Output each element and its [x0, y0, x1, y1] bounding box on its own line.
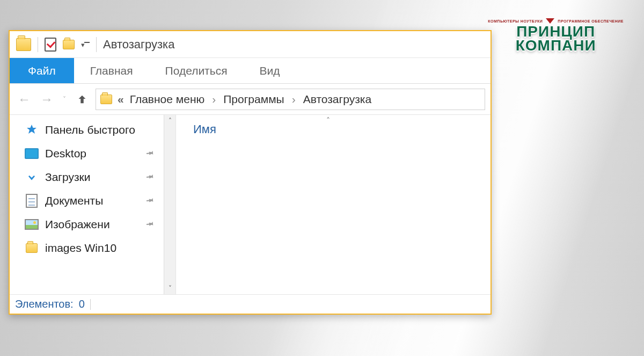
nav-toolbar: ← → ˅ « Главное меню › Программы › Автоз… — [10, 84, 491, 115]
column-header-name[interactable]: Имя — [193, 122, 216, 136]
sidebar-item-label: Документы — [45, 194, 103, 207]
nav-history-dropdown[interactable]: ˅ — [60, 90, 69, 108]
nav-forward-button[interactable]: → — [38, 90, 56, 108]
sidebar-item-images[interactable]: Изображени — [10, 213, 175, 236]
tab-share[interactable]: Поделиться — [149, 58, 244, 83]
sidebar-item-label: Загрузки — [45, 171, 91, 184]
pictures-icon — [25, 219, 39, 230]
window-title: Автозагрузка — [103, 38, 174, 52]
sort-indicator-icon[interactable]: ˄ — [326, 116, 330, 125]
brand-logo: КОМПЬЮТЕРЫ НОУТБУКИ ПРОГРАММНОЕ ОБЕСПЕЧЕ… — [488, 18, 624, 53]
explorer-window: ▾ Автозагрузка Файл Главная Поделиться В… — [9, 30, 492, 315]
titlebar: ▾ Автозагрузка — [10, 31, 491, 58]
sidebar-item-desktop[interactable]: Desktop — [10, 142, 175, 165]
brand-micro-right: ПРОГРАММНОЕ ОБЕСПЕЧЕНИЕ — [558, 19, 624, 23]
ribbon-tabs: Файл Главная Поделиться Вид — [10, 58, 491, 84]
tab-view-label: Вид — [260, 64, 280, 77]
status-items-label: Элементов: — [15, 298, 74, 310]
file-list[interactable]: Имя ˄ — [176, 115, 491, 294]
tab-home[interactable]: Главная — [74, 58, 149, 83]
sidebar-item-label: images Win10 — [45, 242, 116, 255]
star-pin-icon — [25, 123, 39, 137]
download-icon — [25, 170, 39, 184]
chevron-right-icon: › — [290, 93, 298, 106]
tab-file-label: Файл — [28, 64, 56, 77]
brand-micro-left: КОМПЬЮТЕРЫ НОУТБУКИ — [488, 19, 543, 23]
pin-icon — [142, 193, 157, 208]
breadcrumb-overflow-icon[interactable]: « — [118, 93, 125, 106]
tab-file[interactable]: Файл — [10, 58, 74, 83]
sidebar-scrollbar[interactable]: ˄ ˅ — [164, 115, 175, 294]
tab-share-label: Поделиться — [165, 64, 228, 77]
pin-icon — [142, 216, 157, 232]
status-items-count: 0 — [79, 298, 85, 310]
desktop-icon — [25, 148, 39, 159]
folder-icon — [100, 95, 112, 104]
sidebar: Панель быстрого Desktop Загрузки Докумен… — [10, 115, 176, 294]
breadcrumb-seg-2[interactable]: Автозагрузка — [303, 93, 371, 106]
sidebar-quick-access-label: Панель быстрого — [45, 123, 135, 136]
sidebar-item-label: Desktop — [45, 147, 86, 160]
breadcrumb-seg-1[interactable]: Программы — [223, 93, 284, 106]
brand-line1: ПРИНЦИП — [488, 25, 624, 39]
chevron-right-icon: › — [210, 93, 218, 106]
sidebar-item-images-win10[interactable]: images Win10 — [10, 236, 175, 260]
brand-line2: КОМПАНИ — [488, 39, 624, 53]
document-check-icon[interactable] — [45, 38, 56, 52]
documents-icon — [26, 194, 38, 208]
separator — [38, 37, 38, 52]
folder-icon — [16, 38, 31, 51]
sidebar-item-downloads[interactable]: Загрузки — [10, 165, 175, 189]
sidebar-item-label: Изображени — [45, 218, 110, 231]
nav-up-button[interactable] — [73, 90, 91, 108]
folder-icon — [26, 243, 38, 253]
separator — [90, 299, 91, 310]
pin-icon — [142, 169, 157, 185]
sidebar-quick-access[interactable]: Панель быстрого — [10, 118, 175, 142]
tab-view[interactable]: Вид — [244, 58, 296, 83]
address-bar[interactable]: « Главное меню › Программы › Автозагрузк… — [96, 89, 485, 110]
breadcrumb-seg-0[interactable]: Главное меню — [130, 93, 205, 106]
status-bar: Элементов: 0 — [10, 294, 491, 314]
sidebar-item-documents[interactable]: Документы — [10, 189, 175, 213]
pin-icon — [142, 146, 157, 161]
nav-back-button[interactable]: ← — [15, 90, 33, 108]
qat-dropdown[interactable]: ▾ — [81, 41, 90, 49]
arrow-up-icon — [76, 93, 88, 105]
separator — [96, 37, 97, 52]
scroll-up-button[interactable]: ˄ — [164, 115, 175, 127]
tab-home-label: Главная — [90, 64, 133, 77]
folder-icon[interactable] — [63, 40, 75, 49]
scroll-down-button[interactable]: ˅ — [164, 282, 175, 294]
